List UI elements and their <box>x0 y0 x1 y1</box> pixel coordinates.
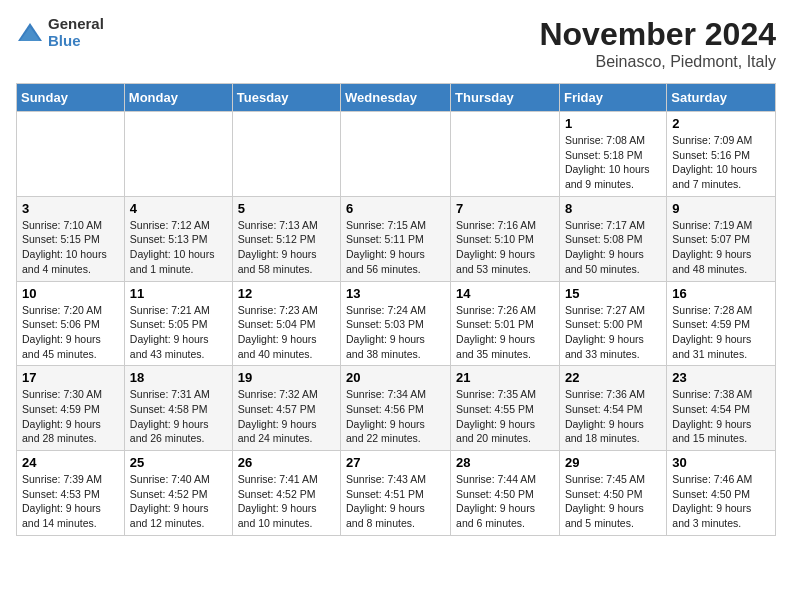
calendar-cell: 18Sunrise: 7:31 AM Sunset: 4:58 PM Dayli… <box>124 366 232 451</box>
calendar-cell: 9Sunrise: 7:19 AM Sunset: 5:07 PM Daylig… <box>667 196 776 281</box>
day-info: Sunrise: 7:21 AM Sunset: 5:05 PM Dayligh… <box>130 303 227 362</box>
calendar-body: 1Sunrise: 7:08 AM Sunset: 5:18 PM Daylig… <box>17 112 776 536</box>
column-header-tuesday: Tuesday <box>232 84 340 112</box>
day-info: Sunrise: 7:09 AM Sunset: 5:16 PM Dayligh… <box>672 133 770 192</box>
calendar-cell: 14Sunrise: 7:26 AM Sunset: 5:01 PM Dayli… <box>451 281 560 366</box>
calendar-cell: 22Sunrise: 7:36 AM Sunset: 4:54 PM Dayli… <box>559 366 666 451</box>
day-number: 3 <box>22 201 119 216</box>
column-header-thursday: Thursday <box>451 84 560 112</box>
logo-general-text: General <box>48 16 104 33</box>
calendar-header-row: SundayMondayTuesdayWednesdayThursdayFrid… <box>17 84 776 112</box>
logo-icon <box>16 19 44 47</box>
month-title: November 2024 <box>539 16 776 53</box>
calendar-cell <box>232 112 340 197</box>
day-info: Sunrise: 7:30 AM Sunset: 4:59 PM Dayligh… <box>22 387 119 446</box>
day-number: 20 <box>346 370 445 385</box>
column-header-wednesday: Wednesday <box>341 84 451 112</box>
day-number: 5 <box>238 201 335 216</box>
calendar-cell: 21Sunrise: 7:35 AM Sunset: 4:55 PM Dayli… <box>451 366 560 451</box>
calendar-week-3: 10Sunrise: 7:20 AM Sunset: 5:06 PM Dayli… <box>17 281 776 366</box>
day-number: 23 <box>672 370 770 385</box>
calendar-cell: 8Sunrise: 7:17 AM Sunset: 5:08 PM Daylig… <box>559 196 666 281</box>
day-number: 10 <box>22 286 119 301</box>
calendar-cell: 12Sunrise: 7:23 AM Sunset: 5:04 PM Dayli… <box>232 281 340 366</box>
day-number: 21 <box>456 370 554 385</box>
day-number: 24 <box>22 455 119 470</box>
calendar-week-4: 17Sunrise: 7:30 AM Sunset: 4:59 PM Dayli… <box>17 366 776 451</box>
column-header-saturday: Saturday <box>667 84 776 112</box>
day-number: 17 <box>22 370 119 385</box>
day-number: 30 <box>672 455 770 470</box>
calendar-cell: 1Sunrise: 7:08 AM Sunset: 5:18 PM Daylig… <box>559 112 666 197</box>
calendar-week-2: 3Sunrise: 7:10 AM Sunset: 5:15 PM Daylig… <box>17 196 776 281</box>
day-number: 12 <box>238 286 335 301</box>
day-info: Sunrise: 7:20 AM Sunset: 5:06 PM Dayligh… <box>22 303 119 362</box>
day-number: 19 <box>238 370 335 385</box>
day-info: Sunrise: 7:44 AM Sunset: 4:50 PM Dayligh… <box>456 472 554 531</box>
calendar-cell: 23Sunrise: 7:38 AM Sunset: 4:54 PM Dayli… <box>667 366 776 451</box>
calendar-cell: 20Sunrise: 7:34 AM Sunset: 4:56 PM Dayli… <box>341 366 451 451</box>
day-info: Sunrise: 7:36 AM Sunset: 4:54 PM Dayligh… <box>565 387 661 446</box>
day-number: 16 <box>672 286 770 301</box>
day-info: Sunrise: 7:40 AM Sunset: 4:52 PM Dayligh… <box>130 472 227 531</box>
day-info: Sunrise: 7:28 AM Sunset: 4:59 PM Dayligh… <box>672 303 770 362</box>
day-info: Sunrise: 7:27 AM Sunset: 5:00 PM Dayligh… <box>565 303 661 362</box>
calendar-cell: 11Sunrise: 7:21 AM Sunset: 5:05 PM Dayli… <box>124 281 232 366</box>
calendar-cell: 10Sunrise: 7:20 AM Sunset: 5:06 PM Dayli… <box>17 281 125 366</box>
day-number: 6 <box>346 201 445 216</box>
calendar-cell: 2Sunrise: 7:09 AM Sunset: 5:16 PM Daylig… <box>667 112 776 197</box>
day-info: Sunrise: 7:35 AM Sunset: 4:55 PM Dayligh… <box>456 387 554 446</box>
day-info: Sunrise: 7:45 AM Sunset: 4:50 PM Dayligh… <box>565 472 661 531</box>
logo: General Blue <box>16 16 104 49</box>
day-info: Sunrise: 7:10 AM Sunset: 5:15 PM Dayligh… <box>22 218 119 277</box>
calendar-week-1: 1Sunrise: 7:08 AM Sunset: 5:18 PM Daylig… <box>17 112 776 197</box>
calendar-cell: 13Sunrise: 7:24 AM Sunset: 5:03 PM Dayli… <box>341 281 451 366</box>
calendar-cell: 6Sunrise: 7:15 AM Sunset: 5:11 PM Daylig… <box>341 196 451 281</box>
day-info: Sunrise: 7:31 AM Sunset: 4:58 PM Dayligh… <box>130 387 227 446</box>
day-info: Sunrise: 7:08 AM Sunset: 5:18 PM Dayligh… <box>565 133 661 192</box>
calendar-cell: 30Sunrise: 7:46 AM Sunset: 4:50 PM Dayli… <box>667 451 776 536</box>
day-info: Sunrise: 7:26 AM Sunset: 5:01 PM Dayligh… <box>456 303 554 362</box>
day-number: 15 <box>565 286 661 301</box>
calendar-cell: 7Sunrise: 7:16 AM Sunset: 5:10 PM Daylig… <box>451 196 560 281</box>
day-number: 4 <box>130 201 227 216</box>
calendar-cell: 16Sunrise: 7:28 AM Sunset: 4:59 PM Dayli… <box>667 281 776 366</box>
day-number: 26 <box>238 455 335 470</box>
day-info: Sunrise: 7:39 AM Sunset: 4:53 PM Dayligh… <box>22 472 119 531</box>
day-number: 27 <box>346 455 445 470</box>
day-number: 9 <box>672 201 770 216</box>
calendar-cell: 26Sunrise: 7:41 AM Sunset: 4:52 PM Dayli… <box>232 451 340 536</box>
calendar-cell <box>451 112 560 197</box>
location-title: Beinasco, Piedmont, Italy <box>539 53 776 71</box>
calendar-cell <box>17 112 125 197</box>
day-info: Sunrise: 7:46 AM Sunset: 4:50 PM Dayligh… <box>672 472 770 531</box>
day-info: Sunrise: 7:34 AM Sunset: 4:56 PM Dayligh… <box>346 387 445 446</box>
column-header-monday: Monday <box>124 84 232 112</box>
column-header-sunday: Sunday <box>17 84 125 112</box>
calendar-table: SundayMondayTuesdayWednesdayThursdayFrid… <box>16 83 776 536</box>
day-info: Sunrise: 7:15 AM Sunset: 5:11 PM Dayligh… <box>346 218 445 277</box>
day-info: Sunrise: 7:19 AM Sunset: 5:07 PM Dayligh… <box>672 218 770 277</box>
day-info: Sunrise: 7:17 AM Sunset: 5:08 PM Dayligh… <box>565 218 661 277</box>
calendar-cell: 24Sunrise: 7:39 AM Sunset: 4:53 PM Dayli… <box>17 451 125 536</box>
calendar-cell: 15Sunrise: 7:27 AM Sunset: 5:00 PM Dayli… <box>559 281 666 366</box>
day-info: Sunrise: 7:16 AM Sunset: 5:10 PM Dayligh… <box>456 218 554 277</box>
calendar-cell: 27Sunrise: 7:43 AM Sunset: 4:51 PM Dayli… <box>341 451 451 536</box>
calendar-cell: 5Sunrise: 7:13 AM Sunset: 5:12 PM Daylig… <box>232 196 340 281</box>
calendar-cell: 29Sunrise: 7:45 AM Sunset: 4:50 PM Dayli… <box>559 451 666 536</box>
calendar-week-5: 24Sunrise: 7:39 AM Sunset: 4:53 PM Dayli… <box>17 451 776 536</box>
day-info: Sunrise: 7:38 AM Sunset: 4:54 PM Dayligh… <box>672 387 770 446</box>
calendar-cell: 3Sunrise: 7:10 AM Sunset: 5:15 PM Daylig… <box>17 196 125 281</box>
day-info: Sunrise: 7:23 AM Sunset: 5:04 PM Dayligh… <box>238 303 335 362</box>
calendar-cell: 4Sunrise: 7:12 AM Sunset: 5:13 PM Daylig… <box>124 196 232 281</box>
calendar-cell <box>124 112 232 197</box>
calendar-cell: 17Sunrise: 7:30 AM Sunset: 4:59 PM Dayli… <box>17 366 125 451</box>
day-info: Sunrise: 7:12 AM Sunset: 5:13 PM Dayligh… <box>130 218 227 277</box>
column-header-friday: Friday <box>559 84 666 112</box>
day-number: 29 <box>565 455 661 470</box>
day-number: 11 <box>130 286 227 301</box>
day-info: Sunrise: 7:43 AM Sunset: 4:51 PM Dayligh… <box>346 472 445 531</box>
title-section: November 2024 Beinasco, Piedmont, Italy <box>539 16 776 71</box>
day-number: 22 <box>565 370 661 385</box>
calendar-cell: 19Sunrise: 7:32 AM Sunset: 4:57 PM Dayli… <box>232 366 340 451</box>
